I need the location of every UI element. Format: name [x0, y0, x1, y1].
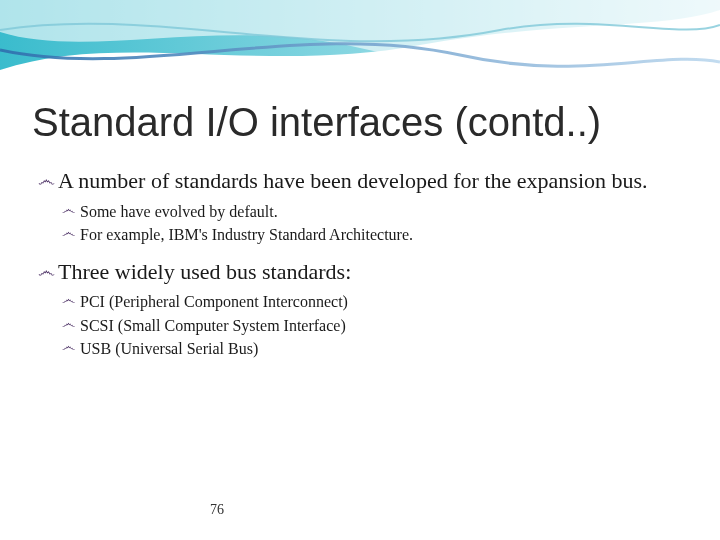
- page-number: 76: [210, 502, 224, 518]
- bullet-icon: ෴: [62, 339, 80, 356]
- slide-content: Standard I/O interfaces (contd..) ෴ A nu…: [32, 100, 688, 362]
- decorative-swoosh: [0, 0, 720, 90]
- bullet-text: A number of standards have been develope…: [58, 167, 688, 195]
- bullet-icon: ෴: [62, 292, 80, 309]
- list-item: ෴ USB (Universal Serial Bus): [62, 338, 688, 360]
- bullet-icon: ෴: [38, 170, 58, 192]
- list-item: ෴ Some have evolved by default.: [62, 201, 688, 223]
- page-title: Standard I/O interfaces (contd..): [32, 100, 688, 145]
- bullet-text: Three widely used bus standards:: [58, 258, 688, 286]
- bullet-icon: ෴: [38, 261, 58, 283]
- list-item: ෴ For example, IBM's Industry Standard A…: [62, 224, 688, 246]
- bullet-text: SCSI (Small Computer System Interface): [80, 315, 688, 337]
- bullet-text: USB (Universal Serial Bus): [80, 338, 688, 360]
- list-item: ෴ SCSI (Small Computer System Interface): [62, 315, 688, 337]
- bullet-text: For example, IBM's Industry Standard Arc…: [80, 224, 688, 246]
- bullet-text: PCI (Peripheral Component Interconnect): [80, 291, 688, 313]
- list-item: ෴ Three widely used bus standards:: [38, 258, 688, 286]
- bullet-icon: ෴: [62, 202, 80, 219]
- bullet-text: Some have evolved by default.: [80, 201, 688, 223]
- list-item: ෴ PCI (Peripheral Component Interconnect…: [62, 291, 688, 313]
- list-item: ෴ A number of standards have been develo…: [38, 167, 688, 195]
- bullet-icon: ෴: [62, 316, 80, 333]
- bullet-icon: ෴: [62, 225, 80, 242]
